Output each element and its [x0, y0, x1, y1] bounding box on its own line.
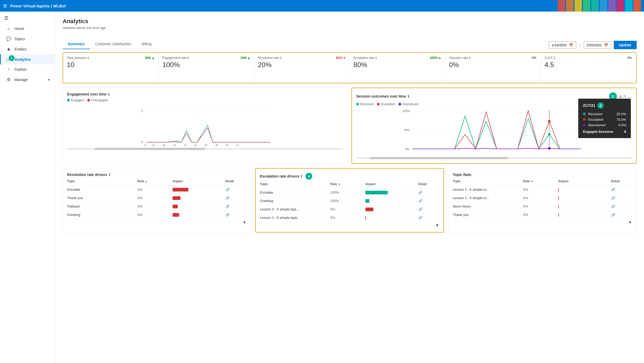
session-info-icon[interactable]: ℹ — [408, 94, 409, 98]
start-date-input[interactable]: 1/14/2021 📅 — [549, 41, 576, 49]
resolution-th-rate[interactable]: Rate ▲ — [137, 179, 173, 183]
metric-info-icon-csat[interactable]: ℹ — [554, 56, 555, 60]
metric-card-engagement-rate: Engagement rate ℹ 14% ▲ 100% — [159, 53, 254, 83]
row-detail[interactable]: 🔗 — [611, 196, 632, 200]
resolution-info-icon[interactable]: ℹ — [109, 173, 110, 177]
escalation-col-rate: Rate — [330, 182, 337, 186]
sidebar-item-topics[interactable]: 💬 Topics — [0, 34, 55, 44]
sidebar-item-analytics[interactable]: 📈 Analytics 1 — [0, 54, 55, 64]
svg-text:1/22: 1/22 — [182, 143, 187, 146]
session-chart-scrollbar[interactable] — [356, 157, 632, 159]
escalation-info-icon[interactable]: ℹ — [301, 174, 302, 178]
impact-bar — [173, 213, 179, 217]
escalation-th-topic[interactable]: Topic — [260, 182, 330, 186]
more-options-button[interactable]: … — [628, 94, 632, 99]
tab-summary[interactable]: Summary — [63, 39, 90, 49]
resolved-dot — [356, 103, 359, 105]
svg-text:1/26: 1/26 — [203, 143, 208, 146]
row-detail[interactable]: 🔗 — [418, 199, 439, 203]
row-detail[interactable]: 🔗 — [225, 188, 246, 191]
svg-text:1/20: 1/20 — [171, 143, 176, 146]
tooltip-abandoned-row: Abandoned 0.0% — [583, 122, 626, 128]
session-scrollbar-thumb[interactable] — [370, 157, 508, 159]
escalation-th-detail[interactable]: Detail — [418, 182, 439, 186]
resolution-th-impact[interactable]: Impact — [173, 179, 225, 183]
sidebar-item-publish[interactable]: ↑ Publish — [0, 64, 55, 74]
row-detail[interactable]: 🔗 — [611, 204, 632, 208]
row-detail[interactable]: 🔗 — [418, 190, 439, 194]
sidebar-item-manage[interactable]: ⚙ Manage ▾ — [0, 74, 55, 85]
topic-rate-th-impact[interactable]: Impact — [558, 179, 611, 183]
metric-change-resolution-rate: 80% ▼ — [336, 56, 346, 60]
escalation-col-detail: Detail — [418, 182, 427, 186]
end-date-input[interactable]: 2/25/2021 📅 — [584, 41, 611, 49]
sidebar-toggle[interactable]: ☰ — [0, 13, 55, 24]
metrics-strip: Total sessions ℹ 30% ▲ 10 Engagement rat… — [63, 52, 637, 83]
table-row: Escalate 100% 🔗 — [260, 188, 439, 197]
svg-text:50%: 50% — [404, 128, 410, 132]
topic-rate-th-rate[interactable]: Rate ▼ — [523, 179, 558, 183]
row-impact — [365, 216, 418, 220]
metric-value-engagement-rate: 100% — [162, 61, 250, 69]
svg-text:0%: 0% — [405, 148, 409, 151]
escalation-scroll-down-button[interactable]: ▼ — [435, 223, 439, 228]
row-detail[interactable]: 🔗 — [418, 216, 439, 220]
row-detail[interactable]: 🔗 — [611, 213, 632, 217]
resolution-sort-arrow: ▲ — [145, 180, 148, 183]
page-title: Analytics — [63, 18, 637, 25]
sidebar-item-home[interactable]: ⌂ Home — [0, 24, 55, 34]
svg-text:5: 5 — [141, 109, 143, 113]
sidebar-item-manage-label: Manage — [14, 78, 28, 82]
tab-billing[interactable]: Billing — [137, 39, 157, 49]
resolution-scroll-down-button[interactable]: ▼ — [242, 220, 246, 225]
metric-arrow-engagement-rate: ▲ — [247, 56, 250, 60]
sidebar-item-entities[interactable]: ◈ Entities — [0, 44, 55, 54]
abandoned-dot — [399, 103, 401, 105]
topic-rate-th-detail[interactable]: Detail — [611, 179, 632, 183]
row-detail[interactable]: 🔗 — [611, 188, 632, 191]
apps-grid-icon[interactable]: ⊞ — [3, 3, 7, 9]
app-body: ☰ ⌂ Home 💬 Topics ◈ Entities 📈 Analytics… — [0, 12, 644, 363]
svg-text:1/30: 1/30 — [224, 143, 229, 146]
row-detail[interactable]: 🔗 — [225, 204, 246, 208]
row-rate: 0% — [523, 188, 558, 191]
table-row: Lesson 2 - A simple topi... 0% 🔗 — [260, 205, 439, 214]
impact-bar — [558, 213, 559, 217]
resolution-th-topic[interactable]: Topic — [67, 179, 137, 183]
metric-label-engagement-rate: Engagement rate — [162, 56, 187, 60]
metric-arrow-resolution-rate: ▼ — [343, 56, 346, 60]
svg-text:0: 0 — [141, 140, 143, 144]
escalation-th-impact[interactable]: Impact — [365, 182, 418, 186]
table-row: Greeting 100% 🔗 — [260, 197, 439, 205]
engagement-scrollbar-thumb[interactable] — [95, 148, 205, 150]
metric-info-icon-abandon-rate[interactable]: ℹ — [469, 56, 470, 60]
update-button[interactable]: Update — [614, 41, 637, 49]
escalation-th-rate[interactable]: Rate ▼ — [330, 182, 365, 186]
resolution-col-topic: Topic — [67, 179, 75, 183]
topic-rate-col-topic: Topic — [453, 179, 461, 183]
metric-info-icon-resolution-rate[interactable]: ℹ — [280, 56, 281, 60]
topic-rate-th-topic[interactable]: Topic — [453, 179, 523, 183]
metric-info-icon-total-sessions[interactable]: ℹ — [88, 56, 89, 60]
filter-icon-button[interactable]: ⊿ — [618, 94, 622, 99]
metric-value-escalation-rate: 80% — [354, 61, 441, 69]
metric-change-escalation-rate: 100% ▲ — [430, 56, 441, 60]
resolution-th-detail[interactable]: Detail — [225, 179, 246, 183]
row-detail[interactable]: 🔗 — [225, 213, 246, 217]
resolution-col-impact: Impact — [173, 179, 183, 183]
export-icon-button[interactable]: ⎋ — [623, 94, 626, 99]
metric-info-icon-escalation-rate[interactable]: ℹ — [375, 56, 377, 60]
legend-engaged: Engaged — [67, 98, 84, 102]
engagement-chart-scrollbar[interactable] — [67, 148, 343, 150]
row-detail[interactable]: 🔗 — [225, 196, 246, 200]
engagement-info-icon[interactable]: ℹ — [108, 92, 109, 96]
session-outcomes-chart-card: Session outcomes over time ℹ 2 ⊿ ⎋ … Res… — [351, 88, 637, 164]
tooltip-resolved-row: Resolved 25.0% — [583, 111, 626, 117]
engagement-chart-title: Engagement over time ℹ — [67, 92, 343, 96]
metric-info-icon-engagement-rate[interactable]: ℹ — [188, 56, 189, 60]
row-detail[interactable]: 🔗 — [418, 207, 439, 211]
topic-rate-scroll-down-button[interactable]: ▼ — [628, 220, 632, 225]
tab-customer-satisfaction[interactable]: Customer Satisfaction — [90, 39, 137, 49]
topic-rate-table-body: Lesson 2 - A simple to... 0% 🔗 Lesson 1 … — [453, 185, 632, 219]
topic-rate-col-impact: Impact — [558, 179, 568, 183]
